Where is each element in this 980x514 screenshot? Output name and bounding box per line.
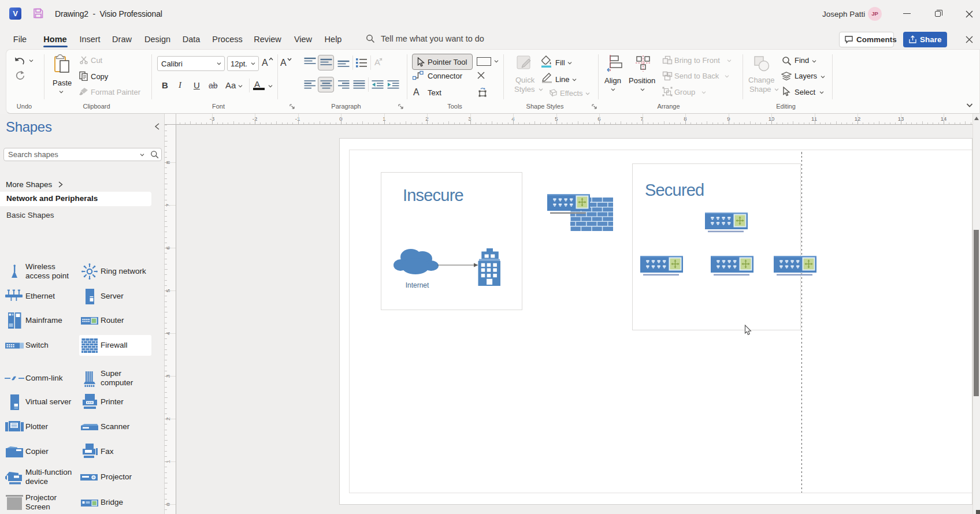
svg-text:A: A [374, 57, 380, 67]
